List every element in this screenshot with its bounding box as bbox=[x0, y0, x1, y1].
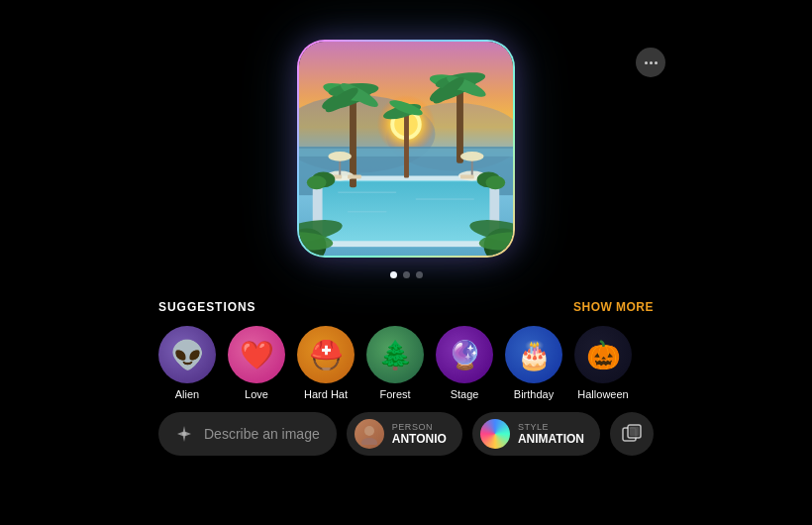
style-label-bottom: ANIMATION bbox=[518, 432, 584, 446]
svg-point-55 bbox=[364, 426, 374, 436]
style-ball bbox=[480, 419, 510, 449]
more-options-button[interactable] bbox=[636, 48, 665, 77]
person-pill-label: PERSON ANTONIO bbox=[392, 422, 447, 446]
suggestions-header: SUGGESTIONS SHOW MORE bbox=[158, 300, 654, 314]
suggestion-icon: 🎂 bbox=[505, 326, 562, 383]
image-display-section bbox=[297, 0, 515, 278]
svg-rect-40 bbox=[460, 175, 474, 179]
svg-rect-10 bbox=[319, 241, 494, 247]
svg-point-39 bbox=[460, 152, 484, 161]
style-label-top: STYLE bbox=[518, 422, 584, 432]
describe-input[interactable]: Describe an image bbox=[158, 412, 337, 456]
show-more-button[interactable]: SHOW MORE bbox=[573, 300, 654, 314]
person-label-top: PERSON bbox=[392, 422, 447, 432]
style-pill[interactable]: STYLE ANIMATION bbox=[472, 412, 600, 456]
svg-rect-59 bbox=[630, 427, 639, 436]
suggestions-section: SUGGESTIONS SHOW MORE 👽Alien❤️Love⛑️Hard… bbox=[0, 300, 812, 400]
suggestion-item[interactable]: ⛑️Hard Hat bbox=[297, 326, 355, 400]
suggestion-item[interactable]: 🌲Forest bbox=[366, 326, 424, 400]
suggestion-item[interactable]: 👽Alien bbox=[158, 326, 216, 400]
suggestion-icon: ⛑️ bbox=[297, 326, 355, 383]
pagination-dot-1[interactable] bbox=[390, 271, 397, 278]
describe-placeholder: Describe an image bbox=[204, 426, 320, 442]
bottom-bar: Describe an image PERSON ANTONIO STYLE A… bbox=[0, 400, 812, 456]
suggestion-icon: 🎃 bbox=[574, 326, 632, 383]
sparkle-icon bbox=[174, 424, 194, 444]
generated-image bbox=[299, 42, 513, 256]
svg-point-45 bbox=[486, 175, 506, 189]
svg-point-56 bbox=[361, 438, 377, 445]
suggestion-name: Halloween bbox=[577, 388, 628, 400]
pagination-dots bbox=[390, 271, 423, 278]
svg-point-54 bbox=[182, 432, 186, 436]
pagination-dot-3[interactable] bbox=[416, 271, 423, 278]
person-pill[interactable]: PERSON ANTONIO bbox=[347, 412, 462, 456]
suggestion-item[interactable]: 🎂Birthday bbox=[505, 326, 562, 400]
suggestion-item[interactable]: 🔮Stage bbox=[436, 326, 493, 400]
svg-rect-23 bbox=[457, 85, 463, 163]
suggestions-row: 👽Alien❤️Love⛑️Hard Hat🌲Forest🔮Stage🎂Birt… bbox=[158, 326, 654, 400]
person-avatar bbox=[355, 419, 384, 449]
suggestion-name: Stage bbox=[451, 388, 479, 400]
suggestion-item[interactable]: 🎃Halloween bbox=[574, 326, 632, 400]
pagination-dot-2[interactable] bbox=[403, 271, 410, 278]
suggestion-name: Hard Hat bbox=[304, 388, 348, 400]
suggestion-name: Alien bbox=[175, 388, 199, 400]
image-frame bbox=[297, 40, 515, 258]
style-pill-label: STYLE ANIMATION bbox=[518, 422, 584, 446]
svg-rect-29 bbox=[404, 110, 409, 178]
suggestion-icon: 🔮 bbox=[436, 326, 493, 383]
svg-point-34 bbox=[328, 152, 352, 161]
svg-rect-8 bbox=[319, 177, 494, 246]
person-label-bottom: ANTONIO bbox=[392, 432, 447, 446]
suggestions-label: SUGGESTIONS bbox=[158, 300, 256, 314]
svg-rect-36 bbox=[348, 175, 361, 179]
svg-point-44 bbox=[307, 175, 327, 189]
gallery-icon bbox=[621, 423, 643, 445]
suggestion-icon: ❤️ bbox=[228, 326, 285, 383]
suggestion-name: Love bbox=[245, 388, 268, 400]
gallery-button[interactable] bbox=[610, 412, 654, 456]
suggestion-icon: 👽 bbox=[158, 326, 216, 383]
suggestion-icon: 🌲 bbox=[366, 326, 424, 383]
suggestion-name: Birthday bbox=[514, 388, 554, 400]
suggestion-item[interactable]: ❤️Love bbox=[228, 326, 285, 400]
suggestion-name: Forest bbox=[379, 388, 410, 400]
